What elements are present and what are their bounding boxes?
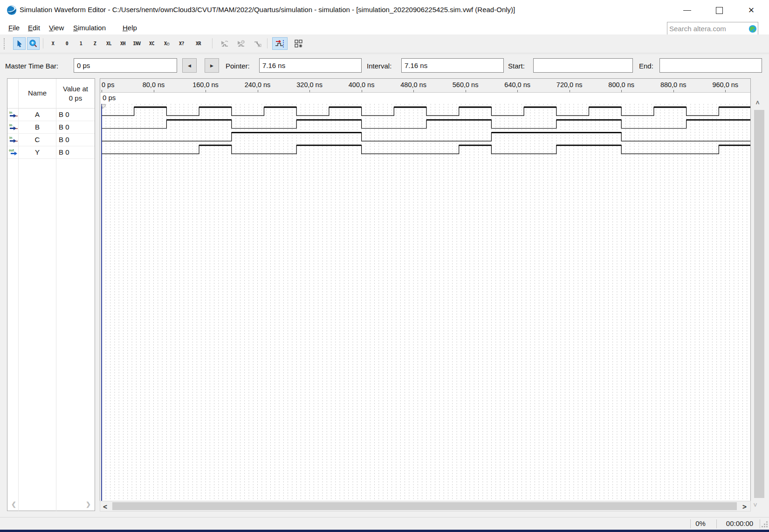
ruler-label: 880,0 ns xyxy=(660,81,687,89)
vertical-scrollbar-thumb[interactable] xyxy=(754,110,764,498)
panel-scroll-right-icon[interactable]: ❯ xyxy=(86,501,91,508)
start-input[interactable] xyxy=(533,58,633,73)
interval-label: Interval: xyxy=(367,62,391,70)
generate-testbench-button[interactable] xyxy=(251,37,263,50)
time-ruler[interactable]: 0 ps80,0 ns160,0 ns240,0 ns320,0 ns400,0… xyxy=(100,79,750,93)
pointer-input[interactable] xyxy=(259,58,362,73)
ruler-tick xyxy=(570,90,570,92)
ruler-label: 320,0 ns xyxy=(296,81,323,89)
vertical-scrollbar[interactable]: > xyxy=(753,98,766,511)
window-title: Simulation Waveform Editor - C:/Users/ne… xyxy=(20,6,515,14)
ruler-label: 160,0 ns xyxy=(192,81,219,89)
input-port-icon: in xyxy=(9,136,18,144)
signal-row-y[interactable]: out Y B 0 xyxy=(7,146,95,159)
force-highz-button[interactable]: Z xyxy=(89,37,101,50)
master-time-back-button[interactable]: ◀ xyxy=(182,58,197,73)
pointer-label: Pointer: xyxy=(226,62,250,70)
ruler-tick xyxy=(154,90,154,92)
input-port-icon: in xyxy=(9,111,18,119)
end-input[interactable] xyxy=(659,58,762,73)
search-box xyxy=(667,22,758,35)
overwrite-clock-button[interactable]: X◴ xyxy=(160,37,173,50)
ruler-tick xyxy=(517,90,518,92)
menu-simulation[interactable]: Simulation xyxy=(69,20,110,34)
invert-button[interactable]: INV xyxy=(130,37,143,50)
force-low-button[interactable]: 0 xyxy=(61,37,73,50)
functional-simulation-icon xyxy=(220,40,229,48)
time-bar-row: Master Time Bar: ◀ ▶ Pointer: Interval: … xyxy=(0,54,769,78)
weak-high-button[interactable]: XH xyxy=(117,37,129,50)
zoom-tool-button[interactable] xyxy=(27,37,40,50)
progress-percent: 0% xyxy=(693,519,708,527)
signal-name: B xyxy=(19,123,56,131)
ruler-tick xyxy=(413,90,414,92)
panel-scroll-left-icon[interactable]: ❮ xyxy=(11,501,16,508)
toolbar: X 0 1 Z XL XH INV XC X◴ X? XR xyxy=(0,34,769,53)
menu-file[interactable]: File xyxy=(4,20,24,34)
forcing-unknown-button[interactable]: X xyxy=(47,37,59,50)
scroll-up-icon[interactable]: > xyxy=(754,101,761,104)
signal-name: C xyxy=(19,136,56,143)
simulation-waveform-editor-window: Simulation Waveform Editor - C:/Users/ne… xyxy=(0,0,769,532)
signal-name: A xyxy=(19,110,56,118)
resize-grip[interactable] xyxy=(762,521,768,528)
horizontal-scrollbar-thumb[interactable] xyxy=(112,502,737,510)
force-high-button[interactable]: 1 xyxy=(75,37,87,50)
toolbar-grip[interactable] xyxy=(4,38,5,49)
signal-row-c[interactable]: in C B 0 xyxy=(7,134,95,146)
ruler-label: 480,0 ns xyxy=(400,81,426,89)
signal-value: B 0 xyxy=(59,110,69,118)
output-port-icon: out xyxy=(9,149,18,157)
scroll-right-icon[interactable]: > xyxy=(742,503,747,511)
close-button[interactable]: × xyxy=(741,0,762,20)
signal-value: B 0 xyxy=(59,148,69,156)
selection-tool-button[interactable] xyxy=(13,37,26,50)
ruler-label: 240,0 ns xyxy=(245,81,271,89)
time-bar-cursor-row[interactable]: 0 ps xyxy=(100,93,750,104)
register-value-button[interactable]: XR xyxy=(192,37,205,50)
menu-edit[interactable]: Edit xyxy=(23,20,45,34)
minimize-button[interactable] xyxy=(676,0,698,20)
scroll-down-icon[interactable]: > xyxy=(752,503,759,507)
random-values-button[interactable]: X? xyxy=(175,37,188,50)
menu-view[interactable]: View xyxy=(44,20,69,34)
horizontal-scrollbar[interactable]: < > xyxy=(100,501,751,512)
pattern-end-time-button[interactable] xyxy=(293,37,305,50)
signal-row-b[interactable]: in B B 0 xyxy=(7,121,95,134)
pattern-grid-icon xyxy=(295,40,303,48)
signal-value: B 0 xyxy=(59,123,69,131)
signal-row-a[interactable]: in A B 0 xyxy=(7,109,95,121)
ruler-label: 80,0 ns xyxy=(143,81,165,89)
ruler-label: 640,0 ns xyxy=(504,81,530,89)
maximize-button[interactable] xyxy=(708,0,730,20)
waveform-canvas[interactable] xyxy=(100,104,750,511)
master-time-bar-label: Master Time Bar: xyxy=(5,62,58,70)
name-column-header: Name xyxy=(19,89,56,97)
bottom-navy-strip xyxy=(0,530,769,532)
svg-text:in: in xyxy=(9,111,12,114)
ruler-tick xyxy=(725,90,726,92)
menu-bar: File Edit View Simulation Help xyxy=(0,20,769,34)
interval-input[interactable] xyxy=(401,58,504,73)
weak-low-button[interactable]: XL xyxy=(103,37,115,50)
snap-to-transition-icon xyxy=(275,40,285,48)
ruler-label: 560,0 ns xyxy=(453,81,479,89)
ruler-label: 800,0 ns xyxy=(608,81,634,89)
count-value-button[interactable]: XC xyxy=(145,37,158,50)
master-time-forward-button[interactable]: ▶ xyxy=(205,58,219,73)
elapsed-time: 00:00:00 xyxy=(720,519,759,527)
snap-to-transition-button[interactable] xyxy=(272,37,288,50)
run-functional-simulation-button[interactable] xyxy=(218,37,231,50)
start-label: Start: xyxy=(508,62,525,70)
menu-help[interactable]: Help xyxy=(118,20,142,34)
search-input[interactable] xyxy=(667,25,748,33)
svg-text:out: out xyxy=(9,149,14,152)
ruler-tick xyxy=(673,90,674,92)
scroll-left-icon[interactable]: < xyxy=(103,503,107,511)
master-time-bar-input[interactable] xyxy=(74,58,177,73)
input-port-icon: in xyxy=(9,123,18,131)
globe-icon[interactable] xyxy=(748,25,757,33)
hammer-icon xyxy=(253,40,261,48)
run-timing-simulation-button[interactable] xyxy=(234,37,247,50)
ruler-tick xyxy=(309,90,310,92)
